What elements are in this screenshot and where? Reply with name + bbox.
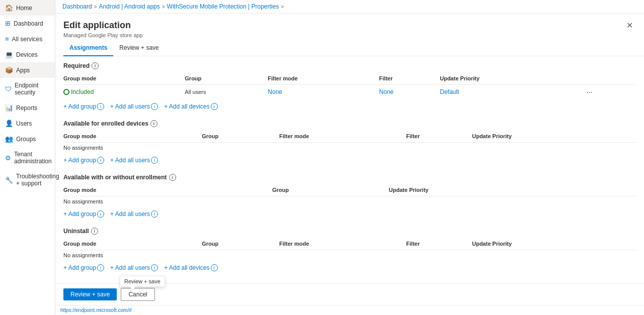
sidebar-label-all-services: All services [12,36,43,43]
all-services-icon: ≡ [5,35,9,43]
add-all-users-required[interactable]: + Add all users i [110,103,158,110]
section-uninstall: Uninstall i Group mode Group Filter mode… [63,228,636,271]
add-group-ae-info-icon[interactable]: i [97,157,104,164]
sidebar-item-endpoint-security[interactable]: 🛡 Endpoint security [0,78,55,100]
col-filter-mode-u: Filter mode [279,239,406,250]
col-filter-u: Filter [406,239,472,250]
add-group-aw[interactable]: + Add group i [63,211,104,218]
col-update-priority-aw: Update Priority [389,185,636,196]
add-group-aw-info-icon[interactable]: i [97,211,104,218]
tab-bar: Assignments Review + save [55,40,644,56]
add-all-users-u[interactable]: + Add all users i [110,264,158,271]
sidebar-item-devices[interactable]: 💻 Devices [0,47,55,62]
table-required: Group mode Group Filter mode Filter Upda… [63,73,636,99]
review-save-button[interactable]: Review + save [63,288,117,300]
included-circle-icon [63,89,69,95]
add-actions-ae: + Add group i + Add all users i [63,157,636,164]
col-group-mode-ae: Group mode [63,131,202,143]
info-icon-uninstall[interactable]: i [91,228,98,235]
tab-review-save[interactable]: Review + save [113,40,165,56]
sidebar-label-troubleshooting: Troubleshooting + support [16,173,59,187]
col-update-priority-required: Update Priority [440,73,584,85]
col-filter-mode-required: Filter mode [268,73,379,85]
sidebar-item-apps[interactable]: 📦 Apps [0,62,55,78]
table-row-empty: No assignments [63,250,636,261]
sidebar-item-users[interactable]: 👤 Users [0,116,55,131]
info-icon-available-without[interactable]: i [169,174,176,181]
breadcrumb-dashboard[interactable]: Dashboard [62,3,92,10]
page-subtitle: Managed Google Play store app [63,32,143,38]
content-area: Required i Group mode Group Filter mode … [55,56,644,283]
add-all-users-u-info-icon[interactable]: i [151,264,158,271]
main-panel: Dashboard > Android | Android apps > Wit… [55,0,644,315]
home-icon: 🏠 [5,4,13,12]
troubleshooting-icon: 🔧 [5,176,13,184]
panel-header-text: Edit application Managed Google Play sto… [63,20,143,38]
sidebar-label-apps: Apps [16,67,30,74]
sidebar-label-home: Home [16,5,32,12]
breadcrumb-app-properties[interactable]: WithSecure Mobile Protection | Propertie… [167,3,279,10]
info-icon-available-enrolled[interactable]: i [150,120,157,127]
info-icon-required[interactable]: i [92,62,99,69]
bc-sep-1: > [94,4,97,10]
section-required: Required i Group mode Group Filter mode … [63,62,636,110]
sidebar-label-tenant-admin: Tenant administration [14,151,52,165]
sidebar-item-troubleshooting[interactable]: 🔧 Troubleshooting + support [0,169,55,191]
add-all-users-info-icon[interactable]: i [151,103,158,110]
add-actions-aw: + Add group i + Add all users i [63,211,636,218]
close-button[interactable]: ✕ [623,20,636,31]
add-all-users-ae-info-icon[interactable]: i [151,157,158,164]
add-group-u[interactable]: + Add group i [63,264,104,271]
endpoint-security-icon: 🛡 [5,85,12,93]
col-group-aw: Group [272,185,389,196]
section-available-without: Available with or without enrollment i G… [63,174,636,218]
add-all-users-ae[interactable]: + Add all users i [110,157,158,164]
section-available-enrolled: Available for enrolled devices i Group m… [63,120,636,164]
add-group-info-icon[interactable]: i [97,103,104,110]
col-group-mode-aw: Group mode [63,185,272,196]
sidebar-item-home[interactable]: 🏠 Home [0,0,55,16]
add-all-users-aw[interactable]: + Add all users i [110,211,158,218]
add-all-users-aw-info-icon[interactable]: i [151,211,158,218]
add-all-devices-u-info-icon[interactable]: i [211,264,218,271]
cell-update-priority: Default [440,85,584,99]
sidebar-item-tenant-admin[interactable]: ⚙ Tenant administration [0,147,55,169]
reports-icon: 📊 [5,104,13,112]
col-filter-required: Filter [379,73,440,85]
col-actions-required [584,73,636,85]
sidebar-item-reports[interactable]: 📊 Reports [0,100,55,116]
breadcrumb-android-apps[interactable]: Android | Android apps [99,3,160,10]
sidebar-label-devices: Devices [16,51,38,58]
cell-group-mode: Included [63,85,185,99]
add-group-u-info-icon[interactable]: i [97,264,104,271]
row-ellipsis-button[interactable]: ··· [584,87,596,97]
no-assignments-ae: No assignments [63,143,636,153]
col-update-priority-u: Update Priority [472,239,636,250]
section-title-uninstall: Uninstall i [63,228,636,235]
dashboard-icon: ⊞ [5,20,11,27]
add-all-devices-info-icon[interactable]: i [211,103,218,110]
col-group-mode-u: Group mode [63,239,202,250]
col-filter-ae: Filter [406,131,472,143]
table-uninstall: Group mode Group Filter mode Filter Upda… [63,239,636,260]
col-group-u: Group [202,239,279,250]
apps-icon: 📦 [5,66,13,74]
users-icon: 👤 [5,120,13,127]
table-row-empty: No assignments [63,143,636,153]
groups-icon: 👥 [5,135,13,143]
sidebar-item-all-services[interactable]: ≡ All services [0,31,55,47]
bc-sep-3: > [281,4,284,10]
cell-filter: None [379,85,440,99]
sidebar-item-groups[interactable]: 👥 Groups [0,131,55,147]
add-all-devices-u[interactable]: + Add all devices i [164,264,217,271]
tab-assignments[interactable]: Assignments [63,40,113,56]
sidebar-item-dashboard[interactable]: ⊞ Dashboard [0,16,55,31]
sidebar: 🏠 Home ⊞ Dashboard ≡ All services 💻 Devi… [0,0,55,315]
table-row: Included All users None None Default ··· [63,85,636,99]
bc-sep-2: > [162,4,165,10]
add-group-ae[interactable]: + Add group i [63,157,104,164]
tenant-admin-icon: ⚙ [5,154,11,162]
add-all-devices-required[interactable]: + Add all devices i [164,103,217,110]
add-group-required[interactable]: + Add group i [63,103,104,110]
cancel-button[interactable]: Cancel [121,288,154,301]
